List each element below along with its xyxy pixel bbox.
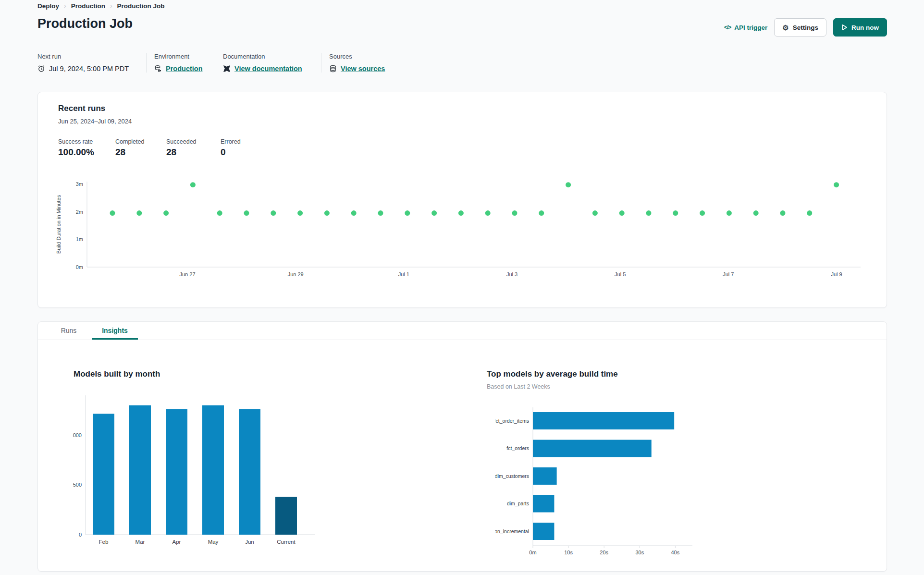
svg-text:dim_parts: dim_parts [507, 501, 529, 506]
tab-runs[interactable]: Runs [46, 322, 92, 340]
meta-environment: Environment Production [146, 53, 215, 73]
top-models-subtitle: Based on Last 2 Weeks [487, 383, 550, 390]
dbt-docs-icon [223, 65, 231, 73]
svg-text:Apr: Apr [172, 539, 181, 545]
stat-value: 100.00% [58, 147, 94, 158]
meta-next-run: Next run Jul 9, 2024, 5:00 PM PDT [37, 53, 146, 73]
svg-text:Build Duration in Minutes: Build Duration in Minutes [56, 195, 62, 254]
svg-text:Jul 9: Jul 9 [831, 271, 842, 277]
svg-text:500: 500 [73, 482, 82, 488]
stat-label: Success rate [58, 138, 94, 145]
svg-text:Current: Current [277, 539, 296, 545]
environment-database-icon [154, 65, 162, 73]
stat-success-rate: Success rate 100.00% [58, 138, 94, 158]
stat-errored: Errored 0 [221, 138, 241, 158]
page-title: Production Job [37, 16, 133, 31]
gear-icon: ⚙ [782, 24, 788, 31]
stat-value: 28 [166, 147, 197, 158]
header-actions: </> API trigger ⚙ Settings Run now [724, 18, 887, 37]
svg-text:Jul 1: Jul 1 [398, 271, 409, 277]
svg-text:0m: 0m [76, 264, 83, 270]
svg-text:2m: 2m [76, 209, 83, 215]
documentation-label: Documentation [223, 53, 308, 60]
breadcrumb-production-job: Production Job [117, 2, 165, 10]
stat-label: Completed [115, 138, 144, 145]
next-run-label: Next run [37, 53, 134, 60]
tab-insights[interactable]: Insights [92, 322, 138, 340]
svg-text:materialization_incremental: materialization_incremental [495, 528, 529, 534]
sources-label: Sources [329, 53, 385, 60]
svg-text:0m: 0m [529, 550, 536, 555]
svg-text:1000: 1000 [73, 432, 82, 438]
build-duration-scatter-chart: 0m1m2m3mBuild Duration in MinutesJun 27J… [46, 175, 868, 290]
meta-documentation: Documentation View documentation [215, 53, 321, 73]
svg-text:Jun 29: Jun 29 [288, 271, 304, 277]
clock-icon [37, 65, 45, 73]
chevron-right-icon: › [110, 2, 112, 10]
settings-label: Settings [793, 24, 818, 31]
code-icon: </> [724, 24, 731, 31]
tab-bar: Runs Insights [38, 322, 887, 340]
svg-text:30s: 30s [635, 550, 644, 555]
models-by-month-chart: 05001000FebMarAprMayJunCurrent [73, 388, 332, 556]
job-meta-row: Next run Jul 9, 2024, 5:00 PM PDT Enviro… [37, 53, 397, 73]
stat-label: Succeeded [166, 138, 197, 145]
breadcrumb-production[interactable]: Production [71, 2, 105, 10]
chevron-right-icon: › [64, 2, 66, 10]
svg-text:fct_order_items: fct_order_items [495, 418, 529, 424]
svg-text:dim_customers: dim_customers [495, 473, 529, 479]
stat-succeeded: Succeeded 28 [166, 138, 197, 158]
models-by-month-title: Models built by month [74, 369, 160, 379]
top-models-title: Top models by average build time [487, 369, 618, 379]
recent-runs-date-range: Jun 25, 2024–Jul 09, 2024 [58, 118, 132, 125]
stat-completed: Completed 28 [115, 138, 144, 158]
run-now-button[interactable]: Run now [833, 18, 887, 37]
svg-text:Feb: Feb [99, 539, 109, 545]
run-now-label: Run now [851, 24, 879, 31]
svg-text:Jul 3: Jul 3 [506, 271, 517, 277]
view-sources-link[interactable]: View sources [341, 65, 385, 73]
svg-text:Jun: Jun [245, 539, 254, 545]
api-trigger-label: API trigger [734, 24, 767, 31]
sources-database-icon [329, 65, 337, 73]
svg-text:Mar: Mar [136, 539, 145, 545]
top-models-chart: 0m10s20s30s40sfct_order_itemsfct_ordersd… [495, 403, 726, 563]
meta-sources: Sources View sources [321, 53, 397, 73]
view-documentation-link[interactable]: View documentation [234, 65, 302, 73]
breadcrumb: Deploy › Production › Production Job [37, 2, 165, 10]
api-trigger-link[interactable]: </> API trigger [724, 24, 767, 31]
environment-label: Environment [154, 53, 202, 60]
recent-runs-card: Recent runs Jun 25, 2024–Jul 09, 2024 Su… [37, 92, 887, 308]
recent-runs-title: Recent runs [58, 104, 105, 113]
play-icon [841, 24, 848, 31]
svg-text:Jul 5: Jul 5 [615, 271, 626, 277]
svg-text:Jul 7: Jul 7 [723, 271, 734, 277]
job-detail-card: Runs Insights Models built by month 0500… [37, 321, 887, 572]
breadcrumb-deploy[interactable]: Deploy [37, 2, 59, 10]
svg-text:3m: 3m [76, 181, 83, 187]
svg-text:10s: 10s [564, 550, 573, 555]
svg-text:Jun 27: Jun 27 [179, 271, 195, 277]
svg-text:May: May [208, 539, 219, 545]
stat-label: Errored [221, 138, 241, 145]
settings-button[interactable]: ⚙ Settings [774, 18, 826, 37]
svg-text:0: 0 [79, 532, 82, 538]
next-run-value: Jul 9, 2024, 5:00 PM PDT [49, 65, 129, 73]
svg-text:20s: 20s [600, 550, 608, 555]
svg-text:1m: 1m [76, 236, 83, 242]
svg-text:fct_orders: fct_orders [506, 445, 529, 451]
svg-text:40s: 40s [671, 550, 679, 555]
environment-link[interactable]: Production [166, 65, 203, 73]
stat-value: 0 [221, 147, 241, 158]
stat-value: 28 [115, 147, 144, 158]
